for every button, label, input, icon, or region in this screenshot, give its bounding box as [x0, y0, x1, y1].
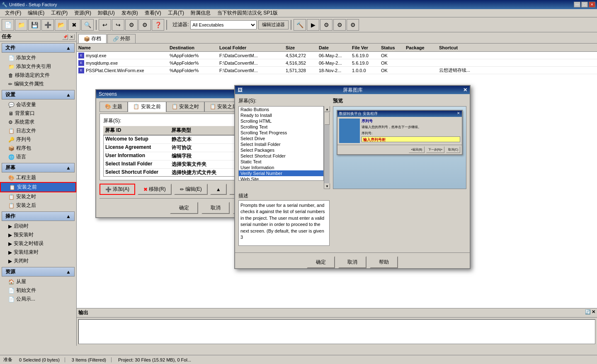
sidebar-section-files-header[interactable]: 文件 ▲: [2, 43, 75, 53]
sidebar-item-packages[interactable]: 📦 程序包: [0, 144, 76, 153]
delete-btn[interactable]: ✖: [68, 19, 80, 31]
sidebar-item-bg-window[interactable]: 🖥 背景窗口: [0, 109, 76, 118]
sidebar-item-init-files[interactable]: 📄 初始文件: [0, 286, 76, 295]
sidebar-item-from-house[interactable]: 🏠 从屋: [0, 277, 76, 286]
preview-back-btn[interactable]: «返回(B): [409, 146, 424, 153]
screen-lib-close[interactable]: ✕: [463, 87, 467, 93]
tb-extra5[interactable]: ⚙: [347, 19, 359, 31]
menu-file[interactable]: 文件(F): [2, 9, 24, 17]
sidebar-item-language[interactable]: 🌐 语言: [0, 153, 76, 161]
scroll-up-button[interactable]: ▲: [324, 106, 330, 112]
sidebar-item-add-file[interactable]: 📄 添加文件: [0, 53, 76, 62]
tab-during-install[interactable]: 📋 安装之时: [166, 102, 204, 112]
screen-lib-item-scroll-progress[interactable]: Scrolling Text Progress: [239, 130, 323, 136]
settings-btn[interactable]: ⚙: [125, 19, 138, 31]
sidebar-item-install-error[interactable]: ▶ 安装之时错误: [0, 239, 76, 248]
sidebar-close[interactable]: ✕: [69, 34, 75, 40]
sidebar-item-sys-req[interactable]: ⚙ 系统需求: [0, 118, 76, 126]
preview-cancel-btn[interactable]: 取消(C): [446, 146, 460, 153]
settings-btn2[interactable]: ⚙: [138, 19, 151, 31]
table-row[interactable]: E mysqldump.exe %AppFolder% F:\DataConve…: [77, 59, 597, 67]
menu-resources[interactable]: 资源(R): [71, 9, 95, 17]
scroll-thumb[interactable]: [325, 112, 330, 125]
menu-project[interactable]: 工程(P): [48, 9, 71, 17]
sidebar-item-after-install[interactable]: 📋 安装之后: [0, 201, 76, 210]
screen-lib-ok-button[interactable]: 确定: [307, 256, 335, 268]
screen-lib-item-select-install[interactable]: Select Install Folder: [239, 141, 323, 147]
sidebar-item-install-end[interactable]: ▶ 安装结束时: [0, 248, 76, 257]
filter-dropdown[interactable]: All Executables: [190, 20, 257, 29]
sidebar-section-screens-header[interactable]: 屏幕 ▲: [2, 163, 75, 172]
screens-cancel-button[interactable]: 取消: [201, 202, 230, 214]
maximize-button[interactable]: □: [581, 2, 588, 7]
menu-tools[interactable]: 工具(T): [165, 9, 187, 17]
open-button[interactable]: 📁: [15, 19, 27, 31]
sidebar-item-before-install[interactable]: 📋 安装之前: [0, 182, 76, 192]
add-screen-button[interactable]: ➕ 添加(A): [100, 184, 135, 195]
tab-theme[interactable]: 🎨 主题: [100, 102, 128, 112]
tb-extra1[interactable]: 🔨: [294, 19, 306, 31]
screen-lib-help-button[interactable]: 帮助: [370, 256, 398, 268]
add-folder-btn[interactable]: 📂: [55, 19, 67, 31]
screen-lib-item-user-info[interactable]: User Information: [239, 165, 323, 170]
screen-lib-item-select-packages[interactable]: Select Packages: [239, 147, 323, 153]
screen-lib-item-web-site[interactable]: Web Site: [239, 176, 323, 181]
screen-lib-item-verify-serial[interactable]: Verify Serial Number: [239, 170, 323, 176]
screen-lib-item-static-text[interactable]: Static Text: [239, 159, 323, 165]
sidebar-section-resources-header[interactable]: 资源 ▲: [2, 267, 75, 277]
sidebar-item-edit-props[interactable]: ✏ 编辑文件属性: [0, 80, 76, 88]
remove-screen-button[interactable]: ✖ 移除(R): [138, 184, 172, 195]
sidebar-section-settings-header[interactable]: 设置 ▲: [2, 90, 75, 99]
screen-lib-item-select-shortcut[interactable]: Select Shortcut Folder: [239, 153, 323, 159]
preview-next-btn[interactable]: 下一步(N)»: [426, 146, 445, 153]
screen-lib-item-scroll-html[interactable]: Scrolling HTML: [239, 118, 323, 124]
tab-before-install[interactable]: 📋 安装之前: [128, 102, 166, 112]
save-button[interactable]: 💾: [28, 19, 41, 31]
sidebar-item-startup[interactable]: ▶ 启动时: [0, 222, 76, 231]
add-files-btn[interactable]: ➕: [41, 19, 54, 31]
redo-btn[interactable]: ↪: [112, 19, 124, 31]
output-refresh[interactable]: 🔄: [585, 309, 591, 316]
menu-view[interactable]: 查看(V): [141, 9, 165, 17]
archive-tab[interactable]: 📦 存档: [78, 34, 107, 43]
close-button[interactable]: ✕: [589, 2, 595, 7]
table-row[interactable]: E PSSPlat.Client.WinForm.exe %AppFolder%…: [77, 67, 597, 74]
scroll-down-button[interactable]: ▼: [324, 183, 330, 189]
table-row[interactable]: E mysql.exe %AppFolder% F:\DataConvertM.…: [77, 52, 597, 59]
sidebar-item-add-folder-ref[interactable]: 📁 添加文件夹引用: [0, 62, 76, 71]
tb-extra3[interactable]: ⚙: [320, 19, 332, 31]
menu-edit[interactable]: 编辑(E): [24, 9, 48, 17]
screen-lib-item-scroll-text[interactable]: Scrolling Text: [239, 124, 323, 130]
search-btn[interactable]: 🔍: [81, 19, 94, 31]
sidebar-item-serial[interactable]: 🔑 序列号: [0, 135, 76, 144]
sidebar-item-during-install[interactable]: 📋 安装之时: [0, 192, 76, 201]
sidebar-item-session-vars[interactable]: 💬 会话变量: [0, 100, 76, 109]
screen-lib-item-radio[interactable]: Radio Buttons: [239, 107, 323, 112]
sidebar-item-close[interactable]: ▶ 关闭时: [0, 257, 76, 265]
screen-lib-item-select-drive[interactable]: Select Drive: [239, 136, 323, 141]
sidebar-item-log-file[interactable]: 📋 日志文件: [0, 126, 76, 135]
menu-about[interactable]: 当下软件园简洁汉化 SP1版: [214, 9, 281, 17]
external-tab[interactable]: 🔗 外部: [107, 34, 136, 43]
output-close[interactable]: ✕: [592, 309, 595, 316]
screens-ok-button[interactable]: 确定: [170, 202, 198, 214]
screen-lib-cancel-button[interactable]: 取消: [338, 256, 366, 268]
sidebar-item-public-show[interactable]: 📄 公局示...: [0, 295, 76, 303]
edit-filter-button[interactable]: 编辑过滤器: [258, 20, 289, 29]
sidebar-pin[interactable]: 📌: [62, 34, 68, 40]
sidebar-item-project-theme[interactable]: 🎨 工程主题: [0, 173, 76, 182]
menu-uninstall[interactable]: 卸载(U): [95, 9, 118, 17]
help-btn[interactable]: ❓: [152, 19, 164, 31]
sidebar-item-pre-install[interactable]: ▶ 预安装时: [0, 231, 76, 239]
menu-info[interactable]: 附属信息: [187, 9, 214, 17]
edit-screen-button[interactable]: ✏ 编辑(E): [174, 184, 208, 195]
new-button[interactable]: 📄: [2, 19, 14, 31]
sidebar-section-actions-header[interactable]: 操作 ▲: [2, 211, 75, 221]
sidebar-item-remove-file[interactable]: 🗑 移除选定的文件: [0, 71, 76, 80]
tb-extra4[interactable]: ⚙: [333, 19, 346, 31]
minimize-button[interactable]: —: [574, 2, 580, 7]
undo-btn[interactable]: ↩: [99, 19, 111, 31]
menu-publish[interactable]: 发布(B): [118, 9, 141, 17]
screen-lib-item-ready[interactable]: Ready to Install: [239, 112, 323, 118]
tb-extra2[interactable]: ▶: [307, 19, 319, 31]
